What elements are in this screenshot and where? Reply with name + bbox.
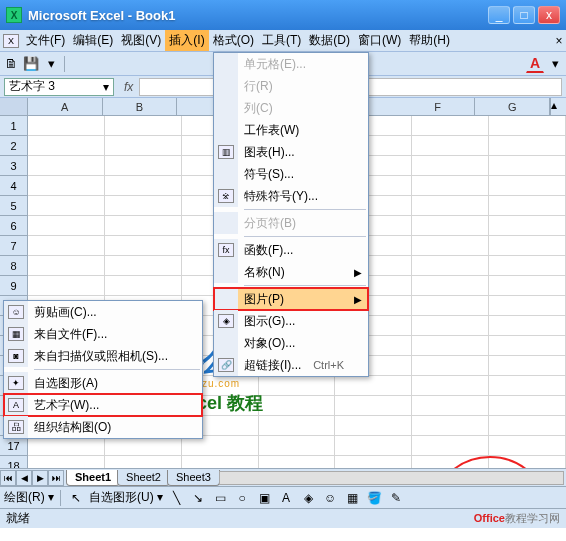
menu-item-orgchart[interactable]: 品组织结构图(O) [4,416,202,438]
cell[interactable] [28,116,105,136]
cell[interactable] [489,316,566,336]
menu-file[interactable]: 文件(F) [22,30,69,51]
cell[interactable] [412,336,489,356]
menu-item-object[interactable]: 对象(O)... [214,332,368,354]
autoshapes-menu[interactable]: 自选图形(U) ▾ [89,489,163,506]
save-button[interactable]: 💾 [22,55,40,73]
name-box[interactable]: 艺术字 3▾ [4,78,114,96]
doc-close-button[interactable]: × [552,34,566,48]
maximize-button[interactable]: □ [513,6,535,24]
cell[interactable] [489,196,566,216]
menu-item-worksheet[interactable]: 工作表(W) [214,119,368,141]
menu-item-pagebreak[interactable]: 分页符(B) [214,212,368,234]
clipart-button[interactable]: ☺ [321,489,339,507]
cell[interactable] [28,216,105,236]
cell[interactable] [105,176,182,196]
cell[interactable] [28,176,105,196]
menu-item-name[interactable]: 名称(N)▶ [214,261,368,283]
cell[interactable] [28,156,105,176]
cell[interactable] [105,436,182,456]
cell[interactable] [28,256,105,276]
menu-data[interactable]: 数据(D) [305,30,354,51]
menu-view[interactable]: 视图(V) [117,30,165,51]
cell[interactable] [28,136,105,156]
cell[interactable] [412,236,489,256]
arrow-button[interactable]: ↘ [189,489,207,507]
menu-item-diagram[interactable]: ◈图示(G)... [214,310,368,332]
cell[interactable] [28,456,105,468]
menu-item-autoshapes[interactable]: ✦自选图形(A) [4,372,202,394]
col-header[interactable]: B [103,98,178,115]
sheet-tab[interactable]: Sheet3 [167,470,220,486]
cell[interactable] [489,396,566,416]
cell[interactable] [489,356,566,376]
col-header[interactable]: A [28,98,103,115]
rectangle-button[interactable]: ▭ [211,489,229,507]
cell[interactable] [259,416,336,436]
menu-item-hyperlink[interactable]: 🔗超链接(I)...Ctrl+K [214,354,368,376]
menu-item-function[interactable]: fx函数(F)... [214,239,368,261]
tab-nav-last[interactable]: ⏭ [48,470,64,486]
cell[interactable] [259,376,336,396]
cell[interactable] [412,356,489,376]
vscroll-top[interactable]: ▴ [550,98,566,115]
cell[interactable] [412,456,489,468]
row-header[interactable]: 18 [0,456,28,468]
cell[interactable] [105,276,182,296]
cell[interactable] [412,136,489,156]
col-header[interactable]: F [401,98,476,115]
cell[interactable] [28,436,105,456]
cell[interactable] [259,436,336,456]
font-color-dropdown[interactable]: ▾ [546,55,564,73]
menu-item-clipart[interactable]: ☺剪贴画(C)... [4,301,202,323]
document-icon[interactable]: X [0,34,22,48]
menu-tools[interactable]: 工具(T) [258,30,305,51]
cell[interactable] [489,296,566,316]
row-header[interactable]: 4 [0,176,28,196]
cell[interactable] [489,256,566,276]
select-objects-button[interactable]: ↖ [67,489,85,507]
cell[interactable] [489,156,566,176]
cell[interactable] [412,376,489,396]
cell[interactable] [182,456,259,468]
cell[interactable] [28,196,105,216]
row-header[interactable]: 17 [0,436,28,456]
cell[interactable] [489,136,566,156]
menu-window[interactable]: 窗口(W) [354,30,405,51]
draw-menu[interactable]: 绘图(R) ▾ [4,489,54,506]
menu-insert[interactable]: 插入(I) [165,30,208,51]
oval-button[interactable]: ○ [233,489,251,507]
cell[interactable] [335,376,412,396]
textbox-button[interactable]: ▣ [255,489,273,507]
cell[interactable] [28,276,105,296]
font-color-button[interactable]: A [526,55,544,73]
fx-icon[interactable]: fx [118,80,139,94]
menu-item-from-scanner[interactable]: ◙来自扫描仪或照相机(S)... [4,345,202,367]
menu-item-wordart[interactable]: A艺术字(W)... [4,394,202,416]
menu-item-special-symbol[interactable]: ※特殊符号(Y)... [214,185,368,207]
cell[interactable] [335,396,412,416]
minimize-button[interactable]: _ [488,6,510,24]
close-button[interactable]: x [538,6,560,24]
cell[interactable] [412,296,489,316]
tab-nav-prev[interactable]: ◀ [16,470,32,486]
open-button[interactable]: ▾ [42,55,60,73]
menu-format[interactable]: 格式(O) [209,30,258,51]
cell[interactable] [412,396,489,416]
row-header[interactable]: 7 [0,236,28,256]
sheet-tab[interactable]: Sheet1 [66,470,120,486]
cell[interactable] [412,256,489,276]
row-header[interactable]: 8 [0,256,28,276]
cell[interactable] [412,216,489,236]
cell[interactable] [489,436,566,456]
cell[interactable] [412,436,489,456]
row-header[interactable]: 1 [0,116,28,136]
menu-item-columns[interactable]: 列(C) [214,97,368,119]
cell[interactable] [412,176,489,196]
col-header[interactable]: G [475,98,550,115]
cell[interactable] [259,456,336,468]
cell[interactable] [105,156,182,176]
menu-item-picture[interactable]: 图片(P)▶ [214,288,368,310]
cell[interactable] [182,436,259,456]
cell[interactable] [489,276,566,296]
